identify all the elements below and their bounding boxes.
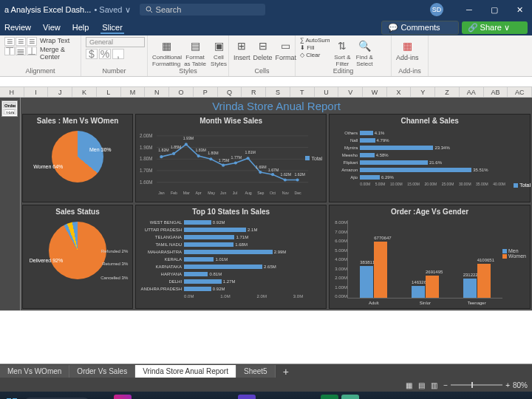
chart-sales-status[interactable]: Sales Status Delivered 92% Refunded 2% R… xyxy=(22,205,133,309)
tab-view[interactable]: View xyxy=(43,23,61,32)
chart-month-sales[interactable]: Month Wise Sales 2.00M1.90M1.80M1.70M1.6… xyxy=(135,114,327,202)
slicer-panel[interactable]: Order ID 1900230026002800290030002100500… xyxy=(1,100,18,117)
number-format-select[interactable]: General xyxy=(86,37,145,47)
addins-button[interactable]: ▦Add-ins xyxy=(396,37,419,61)
tab-review[interactable]: Review xyxy=(4,23,31,32)
zoom-out-button[interactable]: − xyxy=(443,381,448,389)
store-icon[interactable]: 🛍️ xyxy=(176,395,194,399)
col-header[interactable]: J xyxy=(48,87,72,97)
col-header[interactable]: N xyxy=(145,87,169,97)
align-mid-icon[interactable]: ≣ xyxy=(16,47,26,55)
sheet-tab[interactable]: Sheet5 xyxy=(236,365,276,378)
menubar: Review View Help Slicer 💬 Comments 🔗 Sha… xyxy=(0,19,532,35)
col-header[interactable]: V xyxy=(338,87,363,97)
sheet-tab[interactable]: Men Vs WOmen xyxy=(0,365,69,378)
col-header[interactable]: AC xyxy=(508,87,532,97)
col-header[interactable]: Z xyxy=(435,87,460,97)
app-icon[interactable] xyxy=(341,395,359,399)
app-icon[interactable]: Ai xyxy=(238,395,256,399)
cell-styles-button[interactable]: ▣Cell Styles xyxy=(210,37,228,67)
col-header[interactable]: Q xyxy=(218,87,242,97)
col-header[interactable]: X xyxy=(387,87,412,97)
share-button[interactable]: 🔗 Share ∨ xyxy=(462,21,528,34)
clear-button[interactable]: ◇ Clear xyxy=(300,52,330,58)
explorer-icon[interactable]: 📁 xyxy=(134,395,152,399)
format-button[interactable]: ▭Format xyxy=(276,37,297,61)
chart-age-gender[interactable]: Order :Age Vs Gender 8.00M7.00M6.00M5.00… xyxy=(329,205,531,309)
col-header[interactable]: M xyxy=(121,87,146,97)
chart-men-vs-women[interactable]: Sales : Men Vs WOmen Men 36% Women 64% xyxy=(22,114,133,202)
empty-cells[interactable] xyxy=(0,310,532,364)
percent-icon[interactable]: % xyxy=(99,49,111,59)
svg-text:1.75M: 1.75M xyxy=(219,158,230,163)
format-table-button[interactable]: ▤Format as Table xyxy=(183,37,207,67)
align-bot-icon[interactable]: ⊥ xyxy=(27,47,37,55)
col-header[interactable]: I xyxy=(24,87,49,97)
col-header[interactable]: L xyxy=(97,87,121,97)
merge-center-button[interactable]: Merge & Center xyxy=(40,46,76,61)
chrome-icon[interactable]: ⭕ xyxy=(279,395,297,399)
row-headers: Order ID 1900230026002800290030002100500… xyxy=(0,98,21,310)
col-header[interactable]: Y xyxy=(411,87,435,97)
col-header[interactable]: P xyxy=(194,87,218,97)
formula-bar[interactable] xyxy=(0,77,532,87)
col-header[interactable]: U xyxy=(315,87,339,97)
view-normal-icon[interactable]: ▦ xyxy=(406,381,412,389)
comma-icon[interactable]: , xyxy=(112,49,124,59)
firefox-icon[interactable]: 🦊 xyxy=(155,395,173,399)
user-avatar[interactable]: SD xyxy=(430,3,443,16)
align-top-icon[interactable]: ⊤ xyxy=(4,47,15,55)
sort-filter-button[interactable]: ⇅Sort & Filter xyxy=(332,37,352,67)
chart-top-states[interactable]: Top 10 States In Sales WEST BENGAL0.92MU… xyxy=(135,205,327,309)
edge-icon[interactable]: 🌐 xyxy=(197,395,214,399)
delete-button[interactable]: ⊟Delete xyxy=(253,37,273,61)
svg-text:1.81M: 1.81M xyxy=(245,150,256,154)
insert-button[interactable]: ⊞Insert xyxy=(233,37,250,61)
svg-text:Feb: Feb xyxy=(171,191,177,195)
view-break-icon[interactable]: ▥ xyxy=(431,381,437,389)
task-icon[interactable] xyxy=(114,395,132,399)
task-icon[interactable]: 🔵 xyxy=(93,395,111,399)
close-button[interactable]: ✕ xyxy=(507,0,532,19)
comments-button[interactable]: 💬 Comments xyxy=(381,21,458,35)
chart-title: Top 10 States In Sales xyxy=(138,208,324,216)
dashboard-title: Vrinda Store Anual Report xyxy=(22,99,531,114)
col-header[interactable]: K xyxy=(72,87,97,97)
col-header[interactable]: S xyxy=(266,87,290,97)
col-header[interactable]: R xyxy=(242,87,266,97)
sheet-tab[interactable]: Vrinda Store Anual Report xyxy=(135,365,236,378)
currency-icon[interactable]: $ xyxy=(86,49,98,59)
zoom-level[interactable]: 80% xyxy=(513,381,528,389)
minimize-button[interactable]: ─ xyxy=(457,0,482,19)
zoom-in-button[interactable]: + xyxy=(505,381,510,389)
col-header[interactable]: AB xyxy=(484,87,508,97)
sheet-tab[interactable]: Order Vs Sales xyxy=(69,365,135,378)
col-header[interactable]: O xyxy=(169,87,194,97)
col-header[interactable]: W xyxy=(363,87,387,97)
shield-icon[interactable]: 🛡️ xyxy=(259,395,276,399)
maximize-button[interactable]: ▢ xyxy=(482,0,507,19)
start-button[interactable] xyxy=(3,395,21,399)
view-layout-icon[interactable]: ▤ xyxy=(418,381,425,389)
mail-icon[interactable]: ✉️ xyxy=(217,395,235,399)
tab-slicer[interactable]: Slicer xyxy=(100,21,124,34)
autosum-button[interactable]: ∑ AutoSum xyxy=(300,37,330,44)
chart-channel-sales[interactable]: Channel & Sales Others4.1%Nall4.79%Myntr… xyxy=(329,114,531,202)
add-sheet-button[interactable]: + xyxy=(276,366,296,378)
search-input[interactable]: Search xyxy=(140,4,265,16)
svg-text:1.67M: 1.67M xyxy=(268,168,279,172)
col-header[interactable]: T xyxy=(290,87,315,97)
zoom-slider[interactable] xyxy=(451,384,502,386)
tab-help[interactable]: Help xyxy=(72,23,89,32)
wrap-text-button[interactable]: Wrap Text xyxy=(40,37,76,44)
excel-icon[interactable]: X xyxy=(321,395,338,399)
save-status[interactable]: • Saved ∨ xyxy=(94,5,130,15)
col-header[interactable]: H xyxy=(0,87,24,97)
col-header[interactable]: AA xyxy=(460,87,484,97)
conditional-formatting-button[interactable]: ▦Conditional Formatting xyxy=(152,37,180,67)
find-select-button[interactable]: 🔍Find & Select xyxy=(355,37,374,67)
fill-button[interactable]: ⬇ Fill xyxy=(300,44,330,51)
powerbi-icon[interactable]: 📊 xyxy=(300,395,318,399)
ribbon: ≡≡≡ ⊤≣⊥ Wrap Text Merge & Center Alignme… xyxy=(0,35,532,77)
slicer-item[interactable]: 1900 xyxy=(4,109,15,115)
